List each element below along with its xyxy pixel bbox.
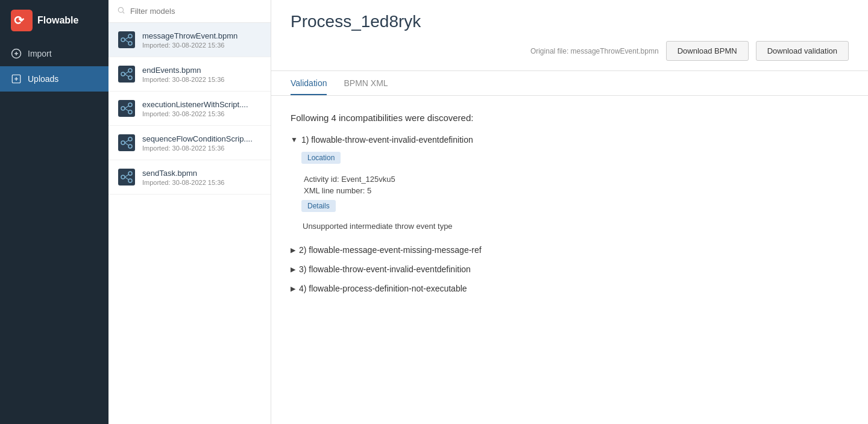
- incompatibility-item-4: ▶ 4) flowable-process-definition-not-exe…: [291, 284, 849, 293]
- expand-triangle-4: ▶: [291, 285, 295, 293]
- incompatibility-title-1[interactable]: ▼ 1) flowable-throw-event-invalid-eventd…: [291, 135, 849, 145]
- incompatibility-title-2[interactable]: ▶ 2) flowable-message-event-missing-mess…: [291, 245, 849, 255]
- activity-id-row: Activity id: Event_125vku5: [303, 175, 849, 184]
- bpmn-file-icon-3: [117, 99, 136, 118]
- search-bar: [108, 0, 271, 23]
- expand-triangle-1: ▼: [291, 136, 298, 144]
- details-text: Unsupported intermediate throw event typ…: [301, 222, 849, 231]
- file-date-4: Imported: 30-08-2022 15:36: [142, 145, 253, 152]
- svg-point-6: [118, 7, 123, 12]
- sidebar-item-uploads-label: Uploads: [28, 74, 58, 84]
- expand-triangle-3: ▶: [291, 266, 295, 273]
- xml-line-value: 5: [367, 186, 371, 195]
- file-info-5: sendTask.bpmn Imported: 30-08-2022 15:36: [142, 169, 224, 186]
- file-info-4: sequenceFlowConditionScrip.... Imported:…: [142, 134, 253, 152]
- page-title: Process_1ed8ryk: [291, 12, 849, 31]
- logo-text: Flowable: [37, 15, 78, 26]
- details-badge: Details: [301, 200, 336, 212]
- plus-circle-icon: [11, 48, 22, 59]
- location-badge: Location: [301, 152, 341, 164]
- file-name-1: messageThrowEvent.bpmn: [142, 31, 237, 40]
- tab-validation[interactable]: Validation: [291, 71, 327, 95]
- upload-icon: [11, 73, 22, 84]
- svg-rect-26: [118, 134, 135, 151]
- content-header: Process_1ed8ryk Original file: messageTh…: [271, 0, 868, 71]
- file-panel: messageThrowEvent.bpmn Imported: 30-08-2…: [108, 0, 271, 424]
- sidebar-item-import[interactable]: Import: [0, 41, 108, 66]
- original-file-label: Original file: messageThrowEvent.bpmn: [530, 47, 659, 55]
- file-item-5[interactable]: sendTask.bpmn Imported: 30-08-2022 15:36: [108, 160, 271, 195]
- content-body: Following 4 incompatibilities were disco…: [271, 96, 868, 424]
- file-list: messageThrowEvent.bpmn Imported: 30-08-2…: [108, 23, 271, 424]
- incompatibility-item-1: ▼ 1) flowable-throw-event-invalid-eventd…: [291, 135, 849, 231]
- file-item-2[interactable]: endEvents.bpmn Imported: 30-08-2022 15:3…: [108, 57, 271, 92]
- incompatibility-label-4: 4) flowable-process-definition-not-execu…: [299, 284, 467, 293]
- svg-rect-8: [118, 31, 135, 48]
- incompatibility-label-1: 1) flowable-throw-event-invalid-eventdef…: [301, 135, 473, 145]
- activity-id-value: Event_125vku5: [341, 175, 395, 184]
- download-validation-button[interactable]: Download validation: [756, 41, 849, 61]
- xml-line-label: XML line number:: [304, 186, 365, 195]
- tab-bpmn-xml[interactable]: BPMN XML: [344, 71, 388, 95]
- incompatibility-detail-1: Location Activity id: Event_125vku5 XML …: [291, 152, 849, 231]
- incompatibility-label-2: 2) flowable-message-event-missing-messag…: [299, 245, 482, 255]
- sidebar: ⟳ Flowable Import Uploads: [0, 0, 108, 424]
- svg-rect-14: [118, 66, 135, 83]
- file-name-2: endEvents.bpmn: [142, 66, 224, 75]
- file-name-4: sequenceFlowConditionScrip....: [142, 134, 253, 143]
- svg-text:⟳: ⟳: [14, 14, 25, 27]
- sidebar-item-import-label: Import: [28, 49, 52, 58]
- file-item-1[interactable]: messageThrowEvent.bpmn Imported: 30-08-2…: [108, 23, 271, 57]
- file-item-3[interactable]: executionListenerWithScript.... Imported…: [108, 92, 271, 126]
- svg-line-7: [122, 11, 124, 13]
- file-name-5: sendTask.bpmn: [142, 169, 224, 178]
- file-info-1: messageThrowEvent.bpmn Imported: 30-08-2…: [142, 31, 237, 49]
- incompatibility-label-3: 3) flowable-throw-event-invalid-eventdef…: [299, 264, 471, 274]
- xml-line-row: XML line number: 5: [303, 186, 849, 195]
- activity-id-label: Activity id:: [304, 175, 339, 184]
- file-date-1: Imported: 30-08-2022 15:36: [142, 42, 237, 49]
- bpmn-file-icon-4: [117, 133, 136, 152]
- file-date-3: Imported: 30-08-2022 15:36: [142, 110, 248, 117]
- incompatibilities-heading: Following 4 incompatibilities were disco…: [291, 113, 849, 123]
- file-item-4[interactable]: sequenceFlowConditionScrip.... Imported:…: [108, 126, 271, 160]
- bpmn-file-icon-1: [117, 30, 136, 49]
- file-name-3: executionListenerWithScript....: [142, 100, 248, 109]
- file-info-3: executionListenerWithScript.... Imported…: [142, 100, 248, 117]
- bpmn-file-icon-5: [117, 167, 136, 187]
- expand-triangle-2: ▶: [291, 246, 295, 254]
- download-bpmn-button[interactable]: Download BPMN: [666, 41, 749, 61]
- svg-rect-32: [118, 169, 135, 186]
- flowable-logo: ⟳: [11, 10, 33, 31]
- header-meta: Original file: messageThrowEvent.bpmn Do…: [291, 41, 849, 61]
- file-date-2: Imported: 30-08-2022 15:36: [142, 76, 224, 83]
- bpmn-file-icon-2: [117, 64, 136, 84]
- main-content: Process_1ed8ryk Original file: messageTh…: [271, 0, 868, 424]
- file-info-2: endEvents.bpmn Imported: 30-08-2022 15:3…: [142, 66, 224, 83]
- logo-area: ⟳ Flowable: [0, 0, 108, 41]
- incompatibility-item-2: ▶ 2) flowable-message-event-missing-mess…: [291, 245, 849, 255]
- search-input[interactable]: [130, 7, 262, 16]
- incompatibility-title-4[interactable]: ▶ 4) flowable-process-definition-not-exe…: [291, 284, 849, 293]
- svg-rect-20: [118, 100, 135, 117]
- search-icon: [117, 6, 125, 16]
- incompatibility-title-3[interactable]: ▶ 3) flowable-throw-event-invalid-eventd…: [291, 264, 849, 274]
- sidebar-item-uploads[interactable]: Uploads: [0, 66, 108, 92]
- location-fields: Activity id: Event_125vku5 XML line numb…: [301, 175, 849, 195]
- file-date-5: Imported: 30-08-2022 15:36: [142, 179, 224, 186]
- incompatibility-item-3: ▶ 3) flowable-throw-event-invalid-eventd…: [291, 264, 849, 274]
- tabs-bar: Validation BPMN XML: [271, 71, 868, 96]
